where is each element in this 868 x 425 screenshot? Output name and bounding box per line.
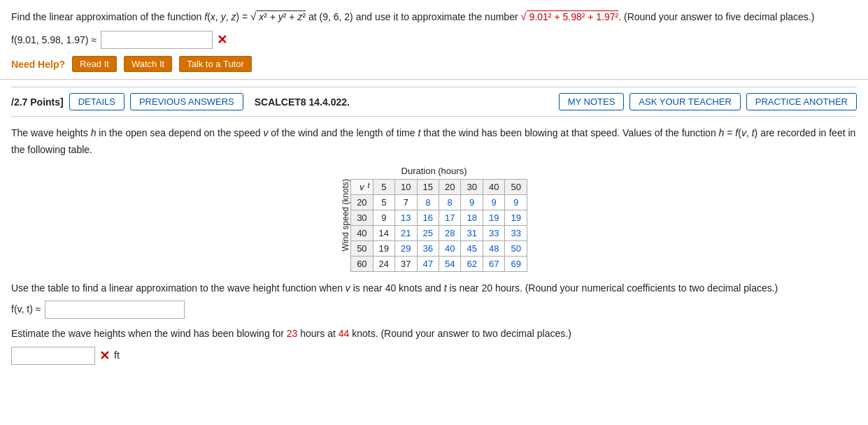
- problem-header: /2.7 Points] DETAILS PREVIOUS ANSWERS SC…: [11, 87, 857, 117]
- previous-answers-button[interactable]: PREVIOUS ANSWERS: [130, 93, 243, 110]
- row-header-v40: 40: [351, 225, 373, 240]
- table-cell: 16: [417, 210, 439, 225]
- table-cell: 47: [417, 256, 439, 271]
- table-header-20: 20: [439, 179, 461, 194]
- table-cell: 9: [461, 194, 483, 210]
- row-header-v20: 20: [351, 194, 373, 210]
- details-button[interactable]: DETAILS: [69, 93, 124, 110]
- row-header-v30: 30: [351, 210, 373, 225]
- table-wrapper: Wind speed (knots) vt 5 10 15 20 30 40 5…: [341, 179, 527, 272]
- table-cell: 48: [483, 240, 504, 256]
- table-cell: 9: [373, 210, 394, 225]
- table-cell: 18: [461, 210, 483, 225]
- table-cell: 33: [483, 225, 504, 240]
- top-clear-button[interactable]: ✕: [217, 32, 227, 48]
- watch-it-button[interactable]: Watch It: [124, 56, 172, 72]
- practice-another-button[interactable]: PRACTICE ANOTHER: [746, 93, 857, 110]
- table-cell: 9: [505, 194, 527, 210]
- table-cell: 21: [395, 225, 417, 240]
- approx-answer-row: f(v, t) ≈: [11, 301, 857, 319]
- table-cell: 29: [395, 240, 417, 256]
- duration-label: Duration (hours): [401, 166, 467, 176]
- row-header-v60: 60: [351, 256, 373, 271]
- table-header-tv: vt: [351, 179, 373, 194]
- table-row: 205788999: [351, 194, 527, 210]
- points-label: /2.7 Points]: [11, 96, 64, 108]
- approx-section: Use the table to find a linear approxima…: [11, 280, 857, 319]
- table-cell: 13: [395, 210, 417, 225]
- table-cell: 8: [417, 194, 439, 210]
- problem-id: SCALCET8 14.4.022.: [255, 96, 350, 108]
- ft-label: ft: [114, 347, 120, 364]
- approx-label: f(v, t) ≈: [11, 301, 41, 318]
- read-it-button[interactable]: Read It: [72, 56, 117, 72]
- table-header-40: 40: [483, 179, 504, 194]
- table-header-30: 30: [461, 179, 483, 194]
- estimate-section: Estimate the wave heights when the wind …: [11, 326, 857, 365]
- table-cell: 24: [373, 256, 394, 271]
- second-section: /2.7 Points] DETAILS PREVIOUS ANSWERS SC…: [0, 80, 868, 365]
- table-cell: 67: [483, 256, 504, 271]
- table-cell: 19: [373, 240, 394, 256]
- table-row: 5019293640454850: [351, 240, 527, 256]
- table-row: 6024374754626769: [351, 256, 527, 271]
- table-cell: 5: [373, 194, 394, 210]
- table-cell: 36: [417, 240, 439, 256]
- table-header-5: 5: [373, 179, 394, 194]
- table-cell: 8: [439, 194, 461, 210]
- talk-to-tutor-button[interactable]: Talk to a Tutor: [179, 56, 252, 72]
- table-header-50: 50: [505, 179, 527, 194]
- need-help-row: Need Help? Read It Watch It Talk to a Tu…: [11, 56, 857, 72]
- table-cell: 28: [439, 225, 461, 240]
- row-header-v50: 50: [351, 240, 373, 256]
- table-row: 309131617181919: [351, 210, 527, 225]
- wave-problem-description: The wave heights h in the open sea depen…: [11, 125, 857, 159]
- problem-statement: Find the linear approximation of the fun…: [11, 8, 857, 25]
- answer-row-top: f(9.01, 5.98, 1.97) ≈ ✕: [11, 31, 857, 49]
- table-section: Duration (hours) Wind speed (knots) vt 5…: [11, 166, 857, 272]
- table-cell: 14: [373, 225, 394, 240]
- table-cell: 37: [395, 256, 417, 271]
- wind-speed-label: Wind speed (knots): [341, 179, 350, 251]
- table-cell: 25: [417, 225, 439, 240]
- table-cell: 69: [505, 256, 527, 271]
- table-cell: 54: [439, 256, 461, 271]
- table-cell: 19: [483, 210, 504, 225]
- table-cell: 40: [439, 240, 461, 256]
- ask-your-teacher-button[interactable]: ASK YOUR TEACHER: [629, 93, 740, 110]
- need-help-label: Need Help?: [11, 59, 65, 70]
- wave-data-table: vt 5 10 15 20 30 40 50 20578899930913161…: [350, 179, 527, 272]
- table-cell: 50: [505, 240, 527, 256]
- top-answer-label: f(9.01, 5.98, 1.97) ≈: [11, 34, 97, 45]
- table-cell: 31: [461, 225, 483, 240]
- table-row: 4014212528313333: [351, 225, 527, 240]
- my-notes-button[interactable]: MY NOTES: [559, 93, 625, 110]
- estimate-answer-row: ✕ ft: [11, 347, 857, 365]
- approx-answer-input[interactable]: [45, 301, 185, 319]
- hours-value: 23: [287, 328, 298, 339]
- top-answer-input[interactable]: [101, 31, 213, 49]
- table-cell: 17: [439, 210, 461, 225]
- table-cell: 33: [505, 225, 527, 240]
- estimate-answer-input[interactable]: [11, 347, 95, 365]
- table-cell: 45: [461, 240, 483, 256]
- table-cell: 9: [483, 194, 504, 210]
- knots-value: 44: [339, 328, 350, 339]
- table-cell: 19: [505, 210, 527, 225]
- estimate-clear-button[interactable]: ✕: [99, 348, 110, 363]
- table-cell: 7: [395, 194, 417, 210]
- table-header-10: 10: [395, 179, 417, 194]
- table-header-15: 15: [417, 179, 439, 194]
- table-cell: 62: [461, 256, 483, 271]
- top-section: Find the linear approximation of the fun…: [0, 0, 868, 80]
